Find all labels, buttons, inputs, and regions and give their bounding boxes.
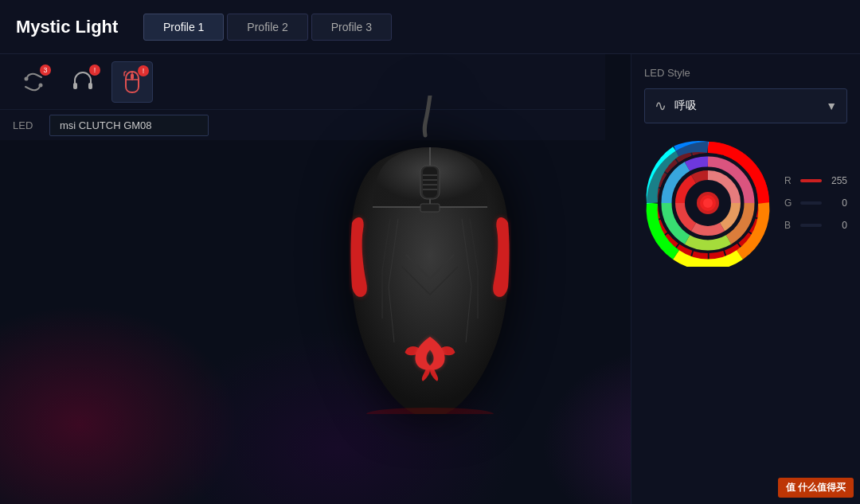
rgb-sliders: R 255 G 0 B 0 (784, 175, 847, 231)
sync-device-icon[interactable]: 3 (13, 61, 54, 103)
svg-rect-6 (131, 74, 134, 79)
r-label: R (784, 175, 794, 186)
mouse-device-icon[interactable]: ! (111, 61, 153, 103)
svg-point-19 (703, 198, 713, 208)
g-label: G (784, 197, 794, 209)
profile-tab-1[interactable]: Profile 1 (143, 14, 224, 41)
chevron-down-icon: ▼ (826, 100, 837, 112)
top-bar: Mystic Light Profile 1 Profile 2 Profile… (0, 0, 860, 54)
mouse-badge: ! (138, 65, 149, 76)
app-title: Mystic Light (0, 17, 135, 37)
headset-device-icon[interactable]: ! (62, 61, 104, 103)
svg-point-0 (25, 76, 29, 80)
headset-badge: ! (89, 64, 100, 76)
style-dropdown[interactable]: ∿ 呼吸 ▼ (644, 88, 847, 123)
svg-rect-3 (88, 83, 92, 89)
style-name: 呼吸 (674, 99, 697, 113)
g-bar-container[interactable] (800, 201, 822, 205)
watermark: 值 什么值得买 (778, 478, 854, 498)
mouse-image-container (295, 80, 565, 430)
r-bar-container[interactable] (800, 179, 822, 182)
rgb-b-row: B 0 (784, 220, 847, 231)
b-label: B (784, 220, 794, 231)
svg-rect-14 (420, 204, 440, 212)
wave-icon: ∿ (655, 97, 666, 115)
color-wheel[interactable] (644, 139, 772, 267)
g-value: 0 (828, 197, 847, 209)
color-section: R 255 G 0 B 0 (644, 139, 847, 267)
r-value: 255 (828, 175, 847, 186)
sync-badge: 3 (40, 64, 51, 76)
led-style-label: LED Style (644, 67, 847, 79)
r-bar (800, 179, 822, 182)
svg-rect-9 (423, 167, 437, 197)
rgb-r-row: R 255 (784, 175, 847, 186)
rgb-g-row: G 0 (784, 197, 847, 209)
profile-tabs: Profile 1 Profile 2 Profile 3 (143, 14, 392, 41)
led-device-name: msi CLUTCH GM08 (49, 115, 209, 136)
svg-rect-2 (73, 83, 77, 89)
right-panel: LED Style ∿ 呼吸 ▼ (631, 54, 860, 504)
b-bar-container[interactable] (800, 224, 822, 227)
profile-tab-3[interactable]: Profile 3 (311, 14, 392, 41)
svg-point-15 (366, 408, 494, 414)
b-value: 0 (828, 220, 847, 231)
led-label: LED (13, 119, 37, 131)
svg-point-1 (39, 83, 43, 87)
profile-tab-2[interactable]: Profile 2 (227, 14, 307, 41)
mouse-image (319, 96, 541, 414)
